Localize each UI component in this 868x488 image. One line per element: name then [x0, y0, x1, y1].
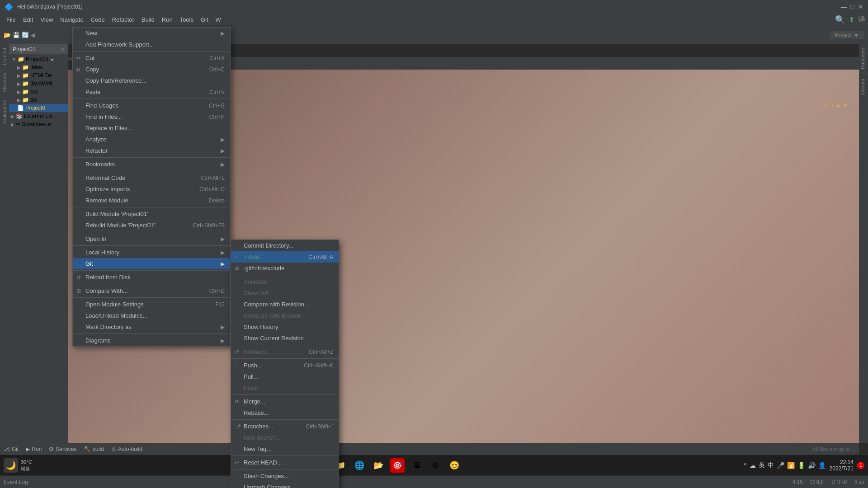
- left-panel-bookmarks[interactable]: Bookmarks: [1, 96, 8, 128]
- tree-item-out[interactable]: ▶ 📁 out: [9, 88, 68, 96]
- tree-item-src[interactable]: ▶ 📁 src: [9, 96, 68, 104]
- ctx-compare-with[interactable]: ⊞ Compare With... Ctrl+D: [73, 285, 230, 296]
- git-unstash[interactable]: Unstash Changes...: [231, 482, 339, 488]
- event-log[interactable]: Event Log: [4, 479, 28, 485]
- menu-tools[interactable]: Tools: [176, 15, 197, 24]
- left-panel-structure[interactable]: Structure: [1, 69, 8, 96]
- tree-item-scratches[interactable]: ▶ ✏ Scratches ar: [9, 120, 68, 128]
- taskbar-moon[interactable]: 🌙: [4, 458, 18, 473]
- ctx-optimize-imports[interactable]: Optimize Imports Ctrl+Alt+O: [73, 183, 230, 195]
- menu-code[interactable]: Code: [87, 15, 108, 24]
- bottom-build[interactable]: 🔨 build: [84, 446, 104, 452]
- tray-cloud[interactable]: ☁: [750, 462, 756, 469]
- ctx-load-modules[interactable]: Load/Unload Modules...: [73, 310, 230, 321]
- menu-refactor[interactable]: Refactor: [108, 15, 138, 24]
- ctx-cut[interactable]: ✂ Cut Ctrl+X: [73, 52, 230, 64]
- ctx-open-in[interactable]: Open In ▶: [73, 233, 230, 244]
- tree-item-javaweb[interactable]: ▶ 📁 JavaWeb: [9, 80, 68, 88]
- git-reset-head[interactable]: ↩ Reset HEAD...: [231, 457, 339, 468]
- git-current-revision[interactable]: Show Current Revision: [231, 333, 339, 344]
- ctx-analyze[interactable]: Analyze ▶: [73, 134, 230, 145]
- bottom-run[interactable]: ▶ Run: [26, 446, 42, 452]
- ctx-local-history[interactable]: Local History ▶: [73, 247, 230, 258]
- encoding[interactable]: UTF-8: [831, 479, 847, 485]
- tree-item-project0[interactable]: 📄 Project0: [9, 104, 68, 112]
- translate-button[interactable]: 译: [858, 15, 865, 24]
- nav-up[interactable]: ▲: [835, 102, 841, 108]
- taskbar-intellij[interactable]: 🎯: [390, 458, 405, 473]
- bottom-services[interactable]: ⚙ Services: [49, 446, 76, 452]
- menu-navigate[interactable]: Navigate: [57, 15, 87, 24]
- ctx-find-in-files[interactable]: Find in Files... Ctrl+H: [73, 111, 230, 122]
- tree-item-project01[interactable]: ▼ 📁 Project01 ●: [9, 55, 68, 63]
- right-panel-codota[interactable]: Codota: [859, 75, 868, 98]
- ctx-git[interactable]: Git ▶: [73, 258, 230, 269]
- maximize-button[interactable]: □: [851, 3, 854, 10]
- tray-user[interactable]: 👤: [818, 462, 826, 469]
- ctx-refactor[interactable]: Refactor ▶: [73, 145, 230, 156]
- git-pull[interactable]: Pull...: [231, 371, 339, 382]
- ctx-copy[interactable]: ⧉ Copy Ctrl+C: [73, 64, 230, 75]
- tray-battery[interactable]: 🔋: [797, 462, 805, 469]
- git-push[interactable]: ↑ Push... Ctrl+Shift+K: [231, 360, 339, 371]
- menu-w[interactable]: W: [212, 15, 225, 24]
- git-rebase[interactable]: Rebase...: [231, 407, 339, 418]
- ctx-reload-disk[interactable]: ↺ Reload from Disk: [73, 272, 230, 283]
- menu-edit[interactable]: Edit: [19, 15, 37, 24]
- ctx-bookmarks[interactable]: Bookmarks ▶: [73, 159, 230, 170]
- ctx-reformat[interactable]: Reformat Code Ctrl+Alt+L: [73, 172, 230, 183]
- clock[interactable]: 22:14 2022/7/21: [830, 459, 854, 472]
- update-button[interactable]: ⬆: [849, 15, 854, 24]
- project-panel-expand[interactable]: ✕: [61, 47, 64, 52]
- ctx-paste[interactable]: Paste Ctrl+V: [73, 86, 230, 98]
- tray-wifi[interactable]: 📶: [787, 462, 795, 469]
- close-button[interactable]: ✕: [858, 3, 863, 10]
- taskbar-browser[interactable]: 🌐: [352, 458, 367, 473]
- tree-item-htmlde[interactable]: ▶ 📁 HTMLDe: [9, 71, 68, 80]
- toolbar-refresh[interactable]: 🔄: [22, 32, 29, 38]
- ctx-copy-path[interactable]: Copy Path/Reference...: [73, 75, 230, 86]
- ctx-diagrams[interactable]: Diagrams ▶: [73, 335, 230, 346]
- tray-chevron[interactable]: ^: [744, 462, 747, 469]
- tree-item-idea[interactable]: ▶ 📁 .idea: [9, 63, 68, 71]
- git-compare-revision[interactable]: Compare with Revision...: [231, 299, 339, 310]
- nav-down[interactable]: ▼: [843, 102, 848, 108]
- toolbar-open[interactable]: 📂: [4, 32, 11, 38]
- tray-mic[interactable]: 🎤: [777, 462, 784, 469]
- git-merge[interactable]: ⟳ Merge...: [231, 396, 339, 407]
- ctx-remove-module[interactable]: Remove Module Delete: [73, 195, 230, 206]
- tree-item-external[interactable]: ▶ 📚 External Lib: [9, 112, 68, 120]
- tray-lang[interactable]: 英: [759, 461, 765, 469]
- ctx-module-settings[interactable]: Open Module Settings F12: [73, 299, 230, 310]
- menu-git[interactable]: Git: [197, 15, 212, 24]
- ctx-rebuild-module[interactable]: Rebuild Module 'Project01' Ctrl+Shift+F9: [73, 220, 230, 231]
- menu-build[interactable]: Build: [138, 15, 158, 24]
- ctx-mark-directory[interactable]: Mark Directory as ▶: [73, 321, 230, 333]
- bottom-autobuild[interactable]: ⚠ Auto-build: [111, 446, 142, 452]
- tray-ime[interactable]: 中: [768, 461, 774, 469]
- title-bar-controls[interactable]: — □ ✕: [841, 3, 863, 10]
- git-show-history[interactable]: Show History: [231, 321, 339, 333]
- ctx-replace-in-files[interactable]: Replace in Files...: [73, 122, 230, 134]
- ctx-new[interactable]: New ▶: [73, 28, 230, 39]
- taskbar-emoji[interactable]: 😊: [447, 458, 462, 473]
- taskbar-terminal[interactable]: 🖥: [409, 458, 424, 473]
- git-exclude[interactable]: ⚙ .git/info/exclude: [231, 263, 339, 274]
- git-branches[interactable]: ⎇ Branches... Ctrl+Shift+`: [231, 421, 339, 432]
- toolbar-back[interactable]: ◀: [31, 32, 35, 38]
- menu-view[interactable]: View: [37, 15, 57, 24]
- ctx-build-module[interactable]: Build Module 'Project01': [73, 208, 230, 220]
- menu-file[interactable]: File: [3, 15, 19, 24]
- minimize-button[interactable]: —: [841, 3, 847, 10]
- search-button[interactable]: 🔍: [835, 15, 845, 25]
- tray-volume[interactable]: 🔊: [808, 462, 816, 469]
- project-selector[interactable]: Project ▼: [830, 31, 864, 39]
- notification-badge[interactable]: 1: [857, 462, 864, 469]
- git-commit-directory[interactable]: Commit Directory...: [231, 240, 339, 251]
- bottom-git[interactable]: ⎇ Git: [4, 446, 19, 452]
- ctx-add-framework[interactable]: Add Framework Support...: [73, 39, 230, 50]
- git-add[interactable]: + + Add Ctrl+Alt+A: [231, 251, 339, 263]
- toolbar-save[interactable]: 💾: [13, 32, 20, 38]
- right-panel-database[interactable]: Database: [859, 44, 868, 73]
- taskbar-explorer[interactable]: 📂: [371, 458, 386, 473]
